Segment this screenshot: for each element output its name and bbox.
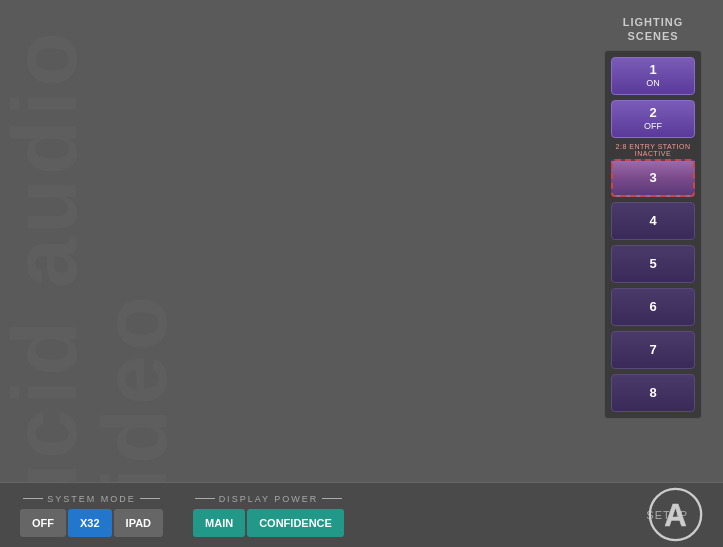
system-mode-off-btn[interactable]: OFF bbox=[20, 509, 66, 537]
scene-5-number: 5 bbox=[649, 256, 656, 272]
system-mode-ipad-btn[interactable]: IPAD bbox=[114, 509, 163, 537]
scene-btn-1[interactable]: 1 ON bbox=[611, 57, 695, 95]
display-power-group: DISPLAY POWER MAIN CONFIDENCE bbox=[193, 494, 344, 537]
scene-1-status: ON bbox=[646, 78, 660, 89]
scene-2-status: OFF bbox=[644, 121, 662, 132]
scene-btn-6[interactable]: 6 bbox=[611, 288, 695, 326]
lighting-panel: LIGHTING SCENES 1 ON 2 OFF 2:8 ENTRY STA… bbox=[603, 15, 703, 419]
lighting-title: LIGHTING SCENES bbox=[603, 15, 703, 44]
system-mode-group: SYSTEM MODE OFF X32 IPAD bbox=[20, 494, 163, 537]
svg-text:A: A bbox=[664, 498, 687, 533]
logo: A bbox=[648, 487, 703, 542]
scene-7-number: 7 bbox=[649, 342, 656, 358]
display-power-label: DISPLAY POWER bbox=[195, 494, 343, 504]
scene-btn-4[interactable]: 4 bbox=[611, 202, 695, 240]
scene-btn-5[interactable]: 5 bbox=[611, 245, 695, 283]
display-power-buttons: MAIN CONFIDENCE bbox=[193, 509, 344, 537]
scene-btn-3[interactable]: 3 bbox=[611, 159, 695, 197]
scene-btn-2[interactable]: 2 OFF bbox=[611, 100, 695, 138]
scene-1-number: 1 bbox=[649, 62, 656, 78]
bottom-bar: SYSTEM MODE OFF X32 IPAD DISPLAY POWER M… bbox=[0, 482, 723, 547]
scene-4-number: 4 bbox=[649, 213, 656, 229]
scene-btn-8[interactable]: 8 bbox=[611, 374, 695, 412]
display-confidence-btn[interactable]: CONFIDENCE bbox=[247, 509, 344, 537]
display-main-btn[interactable]: MAIN bbox=[193, 509, 245, 537]
system-mode-label: SYSTEM MODE bbox=[23, 494, 160, 504]
system-mode-buttons: OFF X32 IPAD bbox=[20, 509, 163, 537]
scene-2-number: 2 bbox=[649, 105, 656, 121]
scene-btn-7[interactable]: 7 bbox=[611, 331, 695, 369]
warning-label: 2:8 ENTRY STATION INACTIVE bbox=[611, 143, 695, 157]
scene-6-number: 6 bbox=[649, 299, 656, 315]
scenes-container: 1 ON 2 OFF 2:8 ENTRY STATION INACTIVE 3 … bbox=[604, 50, 702, 419]
scene-3-number: 3 bbox=[649, 170, 656, 186]
system-mode-x32-btn[interactable]: X32 bbox=[68, 509, 112, 537]
watermark-text: lucid audio video bbox=[0, 0, 190, 547]
scene-8-number: 8 bbox=[649, 385, 656, 401]
